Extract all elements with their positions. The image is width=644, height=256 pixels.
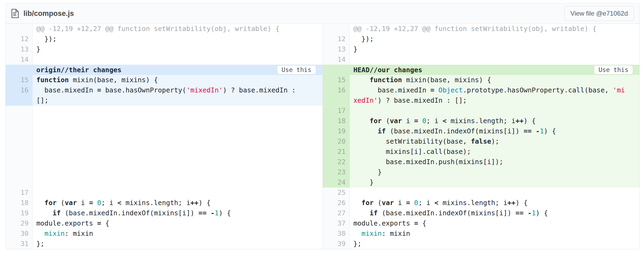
- hunk-header-row: @@ -12,19 +12,27 @@ function setWritabil…: [323, 24, 640, 34]
- code-token: {: [101, 219, 109, 227]
- line-number: 24: [323, 177, 350, 188]
- code-token: =: [430, 86, 434, 94]
- code-token: ==: [516, 209, 524, 217]
- code-row: 19 if (base.mixedIn.indexOf(mixins[i]) =…: [323, 126, 640, 136]
- code-line: for (var i = 0; i < mixins.length; i++) …: [33, 198, 323, 208]
- code-token: -: [211, 209, 215, 217]
- code-token: });: [36, 35, 57, 43]
- code-token: (: [57, 199, 65, 207]
- line-number: 17: [6, 188, 33, 198]
- line-number: 16: [6, 85, 33, 106]
- code-row: 13}: [6, 44, 323, 54]
- line-number: 13: [323, 44, 350, 54]
- code-token: mixins[i].call(base);: [354, 148, 471, 155]
- code-token: ; i: [101, 199, 117, 207]
- code-token: =: [97, 86, 101, 94]
- code-token: (base.mixedIn.indexOf(mixins[i]): [386, 127, 524, 135]
- code-line: [350, 188, 640, 198]
- code-token: ; i: [426, 117, 442, 125]
- code-token: ; i: [418, 199, 434, 207]
- code-token: ) {: [544, 127, 556, 135]
- code-row: 12 });: [323, 34, 640, 44]
- code-row: 16 base.mixedIn = Object.prototype.hasOw…: [323, 85, 640, 106]
- code-token: -: [528, 209, 532, 217]
- line-number: 15: [6, 75, 33, 85]
- code-token: var: [382, 199, 394, 207]
- file-path-title: lib/compose.js: [23, 9, 74, 18]
- line-number: 26: [323, 198, 350, 208]
- theirs-conflict-block: origin//their changesUse this15function …: [6, 65, 323, 106]
- code-token: [36, 199, 44, 207]
- code-token: 0: [414, 199, 418, 207]
- code-token: =: [414, 219, 418, 227]
- code-row: 12 });: [6, 34, 323, 44]
- code-line: module.exports = {: [350, 218, 640, 229]
- code-token: ) {: [219, 209, 231, 217]
- code-token: i: [394, 199, 406, 207]
- code-line: [350, 54, 640, 65]
- line-number: [323, 24, 350, 34]
- code-line: setWritability(base, false);: [350, 136, 640, 147]
- code-token: ) ? base.mixedIn : [];: [378, 96, 467, 104]
- code-token: module.exports: [36, 219, 97, 227]
- code-row: 27 if (base.mixedIn.indexOf(mixins[i]) =…: [323, 208, 640, 218]
- code-token: <: [443, 117, 447, 125]
- code-token: [435, 86, 439, 94]
- code-row: 21 mixins[i].call(base);: [323, 147, 640, 157]
- code-token: 1: [532, 209, 536, 217]
- code-token: ) {: [516, 199, 528, 207]
- ours-conflict-block: HEAD//our changesUse this15 function mix…: [323, 65, 640, 188]
- code-token: [36, 230, 44, 237]
- code-row: 37module.exports = {: [323, 218, 640, 229]
- line-number: 21: [323, 147, 350, 157]
- code-line: }: [350, 167, 640, 177]
- code-line: mixin: mixin: [33, 229, 323, 239]
- code-row: 25: [323, 188, 640, 198]
- code-token: mixin: [44, 230, 65, 237]
- code-row: 15 function mixin(base, mixins) {: [323, 75, 640, 85]
- line-number: 19: [323, 126, 350, 136]
- code-token: ) {: [524, 117, 536, 125]
- code-token: ++: [508, 199, 516, 207]
- code-token: for: [362, 199, 374, 207]
- code-token: 1: [540, 127, 544, 135]
- code-token: base.mixedIn: [354, 86, 430, 94]
- code-line: base.mixedIn = Object.prototype.hasOwnPr…: [350, 85, 640, 106]
- code-token: if: [370, 209, 378, 217]
- code-row: 17: [6, 188, 323, 198]
- code-token: [418, 117, 422, 125]
- code-token: =: [89, 199, 93, 207]
- line-number: 19: [6, 208, 33, 218]
- theirs-conflict-header: origin//their changesUse this: [6, 65, 323, 75]
- code-token: mixins.length; i: [439, 199, 508, 207]
- code-line: [33, 54, 323, 65]
- line-number: [6, 106, 33, 188]
- line-number: 12: [323, 34, 350, 44]
- use-this-ours-button[interactable]: Use this: [594, 65, 633, 74]
- theirs-label: origin//their changes: [36, 66, 121, 74]
- code-token: <: [435, 199, 439, 207]
- code-row: 39};: [323, 239, 640, 249]
- code-row: 38 mixin: mixin: [323, 229, 640, 239]
- code-token: false: [471, 137, 491, 145]
- code-row: 29module.exports = {: [6, 218, 323, 229]
- code-token: }: [354, 168, 382, 176]
- theirs-panel: @@ -12,19 +12,27 @@ function setWritabil…: [6, 24, 323, 249]
- code-line: mixin: mixin: [350, 229, 640, 239]
- code-line: base.mixedIn.push(mixins[i]);: [350, 157, 640, 167]
- view-file-button[interactable]: View file @e71062d: [564, 6, 634, 21]
- code-row: 14: [6, 54, 323, 65]
- code-token: [524, 209, 528, 217]
- line-number: 13: [6, 44, 33, 54]
- code-token: for: [370, 117, 382, 125]
- code-token: module.exports: [354, 219, 414, 227]
- use-this-theirs-button[interactable]: Use this: [277, 65, 316, 74]
- code-token: {: [418, 219, 426, 227]
- code-token: ) {: [198, 199, 211, 207]
- code-token: =: [406, 199, 410, 207]
- line-number: 22: [323, 157, 350, 167]
- line-number: 16: [323, 85, 350, 106]
- file-diff-card: lib/compose.js View file @e71062d @@ -12…: [5, 3, 640, 249]
- code-token: [354, 230, 362, 237]
- code-token: [36, 209, 52, 217]
